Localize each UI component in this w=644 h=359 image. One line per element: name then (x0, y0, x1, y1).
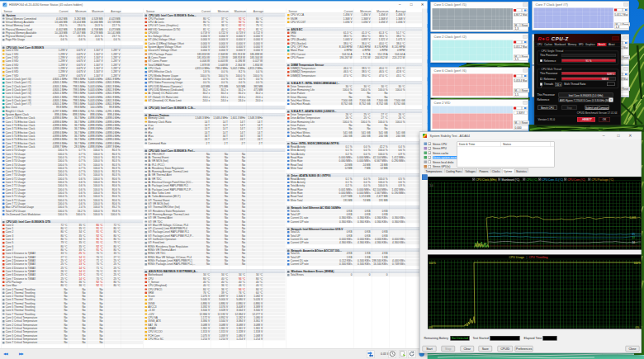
svg-text:CPU Package (°C): CPU Package (°C) (592, 178, 614, 182)
svg-text:Mainboard (°C): Mainboard (°C) (502, 178, 520, 182)
svg-text:45: 45 (632, 233, 636, 236)
svg-text:CPU Core #1 (°C): CPU Core #1 (°C) (542, 178, 564, 182)
svg-text:|: | (527, 256, 528, 259)
svg-text:100%: 100% (634, 262, 641, 265)
svg-text:CPU Core (°C): CPU Core (°C) (568, 178, 585, 182)
svg-text:5,0: 5,0 (430, 184, 434, 187)
svg-text:100%: 100% (429, 262, 436, 265)
svg-text:CPU (°C): CPU (°C) (527, 178, 537, 182)
svg-text:CPU Clock (MHz): CPU Clock (MHz) (476, 178, 497, 182)
svg-text:CPU Throttling: CPU Throttling (529, 256, 548, 259)
svg-text:0%: 0% (636, 326, 640, 329)
svg-text:CPU Usage: CPU Usage (509, 256, 525, 259)
